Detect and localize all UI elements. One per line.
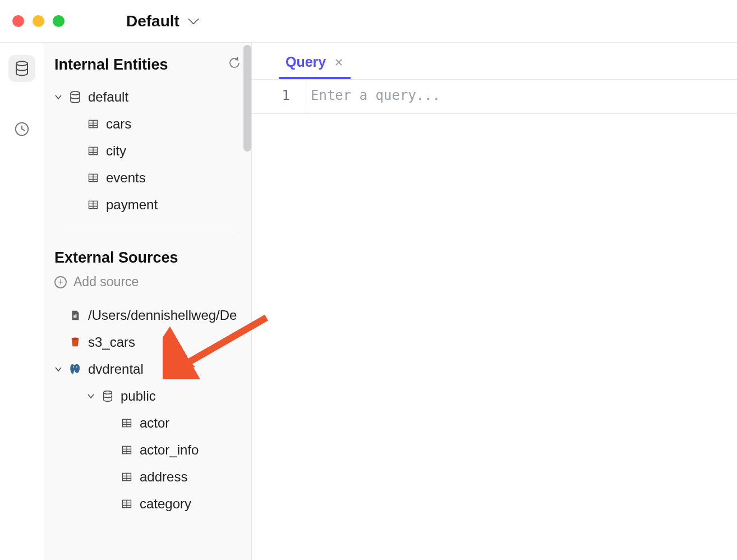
external-tree: /Users/dennishellweg/De s3_cars dvdrenta…: [44, 302, 251, 517]
editor-tabbar: Query: [252, 43, 737, 80]
add-source-button[interactable]: + Add source: [44, 267, 251, 294]
postgres-icon: [68, 362, 82, 377]
pg-table-actor[interactable]: actor: [50, 410, 246, 437]
bucket-icon: [68, 335, 82, 350]
source-postgres-label: dvdrental: [88, 361, 144, 377]
tab-close-button[interactable]: [334, 57, 344, 67]
table-icon: [86, 198, 100, 212]
tree-table-label: events: [106, 170, 146, 186]
tree-db-default[interactable]: default: [50, 84, 246, 111]
tree-table-cars[interactable]: cars: [50, 111, 246, 137]
main-layout: Internal Entities default cars: [0, 43, 737, 560]
table-icon: [119, 443, 134, 457]
svg-rect-7: [73, 315, 75, 318]
svg-point-12: [104, 391, 112, 394]
svg-point-2: [71, 91, 80, 95]
code-placeholder: Enter a query...: [306, 88, 737, 103]
maximize-window-button[interactable]: [53, 15, 65, 27]
table-icon: [119, 497, 134, 511]
source-postgres[interactable]: dvdrental: [50, 356, 246, 383]
source-s3[interactable]: s3_cars: [50, 329, 246, 356]
source-file[interactable]: /Users/dennishellweg/De: [50, 302, 246, 329]
titlebar: Default: [0, 0, 737, 43]
tree-table-label: city: [106, 143, 126, 159]
svg-point-9: [72, 338, 79, 340]
line-gutter: 1: [252, 80, 306, 113]
code-editor[interactable]: 1 Enter a query...: [252, 80, 737, 114]
svg-point-11: [76, 366, 77, 368]
tree-table-label: cars: [106, 116, 131, 132]
schema-label: public: [121, 388, 156, 404]
table-icon: [119, 416, 134, 430]
plus-circle-icon: +: [54, 276, 67, 288]
sidebar-divider: [54, 232, 241, 232]
chevron-down-icon: [52, 91, 65, 103]
sidebar: Internal Entities default cars: [44, 43, 251, 560]
tree-table-payment[interactable]: payment: [50, 191, 246, 218]
schema-public[interactable]: public: [50, 383, 246, 410]
tree-table-events[interactable]: events: [50, 164, 246, 191]
source-s3-label: s3_cars: [88, 334, 135, 350]
add-source-label: Add source: [73, 274, 139, 290]
workspace-selector[interactable]: Default: [126, 12, 200, 30]
activity-history-button[interactable]: [8, 116, 35, 143]
svg-point-0: [16, 62, 27, 66]
tab-query[interactable]: Query: [279, 49, 351, 79]
activity-database-button[interactable]: [8, 55, 35, 82]
svg-rect-8: [75, 314, 76, 318]
svg-point-10: [73, 366, 74, 368]
database-icon: [13, 60, 30, 77]
editor-pane: Query 1 Enter a query...: [251, 43, 737, 560]
internal-tree: default cars city events payment: [44, 84, 251, 218]
chevron-down-icon: [85, 390, 97, 402]
source-file-path: /Users/dennishellweg/De: [88, 307, 237, 323]
code-area[interactable]: Enter a query...: [306, 80, 737, 113]
tree-table-label: payment: [106, 197, 158, 213]
external-sources-title: External Sources: [54, 249, 178, 267]
sidebar-scrollbar-thumb[interactable]: [243, 45, 251, 152]
workspace-name: Default: [126, 12, 179, 30]
internal-entities-title: Internal Entities: [54, 56, 168, 74]
database-icon: [100, 389, 115, 403]
refresh-icon: [228, 56, 241, 70]
table-icon: [119, 470, 134, 484]
activity-bar: [0, 43, 44, 560]
pg-table-address[interactable]: address: [50, 463, 246, 490]
close-window-button[interactable]: [12, 15, 24, 27]
close-icon: [335, 58, 343, 66]
pg-table-label: category: [140, 496, 191, 512]
pg-table-actor-info[interactable]: actor_info: [50, 437, 246, 463]
external-sources-header: External Sources: [44, 249, 251, 267]
tree-table-city[interactable]: city: [50, 137, 246, 164]
pg-table-label: actor_info: [140, 442, 199, 458]
table-icon: [86, 117, 100, 131]
database-icon: [68, 90, 82, 104]
internal-entities-header: Internal Entities: [44, 56, 251, 74]
table-icon: [86, 144, 100, 158]
tree-db-label: default: [88, 89, 128, 105]
chevron-down-icon: [187, 17, 200, 25]
pg-table-label: actor: [140, 415, 169, 431]
clock-icon: [13, 121, 30, 137]
tab-label: Query: [285, 54, 326, 70]
refresh-button[interactable]: [228, 56, 241, 74]
table-icon: [86, 171, 100, 185]
line-number: 1: [252, 88, 290, 103]
file-icon: [68, 308, 82, 323]
pg-table-label: address: [140, 469, 187, 485]
minimize-window-button[interactable]: [33, 15, 44, 27]
pg-table-category[interactable]: category: [50, 490, 246, 517]
chevron-down-icon: [52, 363, 65, 375]
window-controls: [12, 15, 65, 27]
